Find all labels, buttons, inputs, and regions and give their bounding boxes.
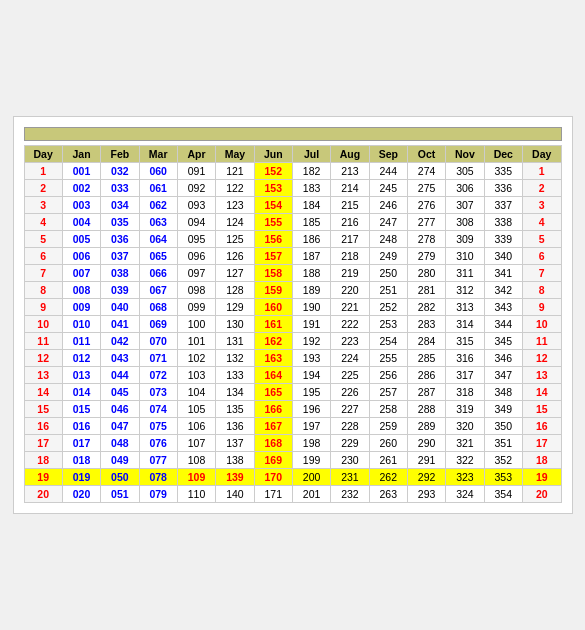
- day-cell-end: 1: [522, 163, 561, 180]
- value-cell: 244: [369, 163, 407, 180]
- table-row: 1801804907710813816919923026129132235218: [24, 452, 561, 469]
- value-cell: 336: [484, 180, 522, 197]
- value-cell: 171: [254, 486, 292, 503]
- header-cell: Oct: [407, 146, 445, 163]
- day-cell: 4: [24, 214, 62, 231]
- value-cell: 251: [369, 282, 407, 299]
- value-cell: 104: [177, 384, 215, 401]
- day-cell: 11: [24, 333, 62, 350]
- value-cell: 287: [407, 384, 445, 401]
- value-cell: 123: [216, 197, 254, 214]
- header-cell: May: [216, 146, 254, 163]
- value-cell: 018: [62, 452, 100, 469]
- value-cell: 078: [139, 469, 177, 486]
- value-cell: 159: [254, 282, 292, 299]
- day-cell-end: 13: [522, 367, 561, 384]
- value-cell: 190: [292, 299, 330, 316]
- value-cell: 013: [62, 367, 100, 384]
- table-row: 1701704807610713716819822926029032135117: [24, 435, 561, 452]
- value-cell: 194: [292, 367, 330, 384]
- value-cell: 259: [369, 418, 407, 435]
- value-cell: 339: [484, 231, 522, 248]
- value-cell: 280: [407, 265, 445, 282]
- table-row: 1401404507310413416519522625728731834814: [24, 384, 561, 401]
- value-cell: 071: [139, 350, 177, 367]
- value-cell: 162: [254, 333, 292, 350]
- value-cell: 007: [62, 265, 100, 282]
- day-cell: 7: [24, 265, 62, 282]
- value-cell: 306: [446, 180, 484, 197]
- value-cell: 307: [446, 197, 484, 214]
- value-cell: 126: [216, 248, 254, 265]
- value-cell: 316: [446, 350, 484, 367]
- value-cell: 352: [484, 452, 522, 469]
- value-cell: 317: [446, 367, 484, 384]
- value-cell: 278: [407, 231, 445, 248]
- table-row: 90090400680991291601902212522823133439: [24, 299, 561, 316]
- value-cell: 156: [254, 231, 292, 248]
- value-cell: 347: [484, 367, 522, 384]
- value-cell: 037: [101, 248, 139, 265]
- day-cell-end: 2: [522, 180, 561, 197]
- value-cell: 247: [369, 214, 407, 231]
- value-cell: 279: [407, 248, 445, 265]
- header-cell: Jul: [292, 146, 330, 163]
- value-cell: 003: [62, 197, 100, 214]
- value-cell: 105: [177, 401, 215, 418]
- value-cell: 308: [446, 214, 484, 231]
- value-cell: 322: [446, 452, 484, 469]
- value-cell: 129: [216, 299, 254, 316]
- day-cell: 1: [24, 163, 62, 180]
- value-cell: 218: [331, 248, 369, 265]
- table-row: 2002005107911014017120123226329332435420: [24, 486, 561, 503]
- value-cell: 344: [484, 316, 522, 333]
- value-cell: 091: [177, 163, 215, 180]
- value-cell: 133: [216, 367, 254, 384]
- value-cell: 061: [139, 180, 177, 197]
- value-cell: 069: [139, 316, 177, 333]
- value-cell: 158: [254, 265, 292, 282]
- value-cell: 130: [216, 316, 254, 333]
- value-cell: 152: [254, 163, 292, 180]
- day-cell: 10: [24, 316, 62, 333]
- table-row: 40040350630941241551852162472773083384: [24, 214, 561, 231]
- value-cell: 100: [177, 316, 215, 333]
- value-cell: 189: [292, 282, 330, 299]
- value-cell: 254: [369, 333, 407, 350]
- value-cell: 098: [177, 282, 215, 299]
- day-cell-end: 18: [522, 452, 561, 469]
- day-cell-end: 20: [522, 486, 561, 503]
- value-cell: 285: [407, 350, 445, 367]
- value-cell: 320: [446, 418, 484, 435]
- header-cell: Jun: [254, 146, 292, 163]
- value-cell: 258: [369, 401, 407, 418]
- value-cell: 167: [254, 418, 292, 435]
- calendar-title: [24, 127, 562, 141]
- day-cell: 16: [24, 418, 62, 435]
- value-cell: 015: [62, 401, 100, 418]
- value-cell: 185: [292, 214, 330, 231]
- value-cell: 096: [177, 248, 215, 265]
- value-cell: 076: [139, 435, 177, 452]
- value-cell: 136: [216, 418, 254, 435]
- header-cell: Aug: [331, 146, 369, 163]
- value-cell: 044: [101, 367, 139, 384]
- value-cell: 004: [62, 214, 100, 231]
- value-cell: 038: [101, 265, 139, 282]
- day-cell: 15: [24, 401, 62, 418]
- value-cell: 348: [484, 384, 522, 401]
- table-row: 80080390670981281591892202512813123428: [24, 282, 561, 299]
- value-cell: 137: [216, 435, 254, 452]
- value-cell: 042: [101, 333, 139, 350]
- value-cell: 195: [292, 384, 330, 401]
- day-cell-end: 15: [522, 401, 561, 418]
- value-cell: 122: [216, 180, 254, 197]
- value-cell: 093: [177, 197, 215, 214]
- value-cell: 248: [369, 231, 407, 248]
- value-cell: 351: [484, 435, 522, 452]
- value-cell: 337: [484, 197, 522, 214]
- value-cell: 284: [407, 333, 445, 350]
- value-cell: 261: [369, 452, 407, 469]
- table-row: 60060370650961261571872182492793103406: [24, 248, 561, 265]
- value-cell: 157: [254, 248, 292, 265]
